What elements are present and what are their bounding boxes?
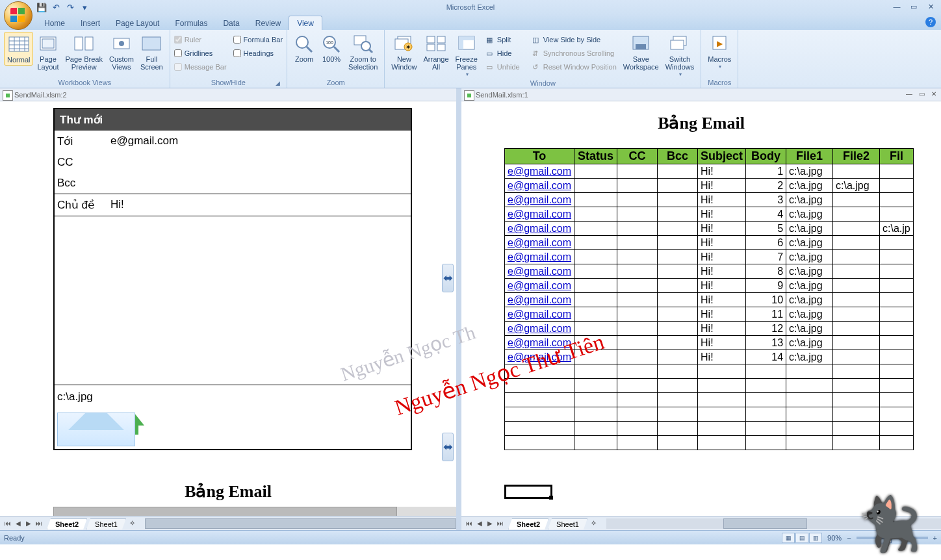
tab-nav-next-r[interactable]: ▶ bbox=[485, 518, 495, 529]
pane-close-button[interactable]: ✕ bbox=[928, 89, 940, 99]
tab-review[interactable]: Review bbox=[248, 16, 289, 30]
email-link[interactable]: e@gmail.com bbox=[508, 223, 571, 234]
table-header[interactable]: File1 bbox=[786, 149, 833, 164]
tab-insert[interactable]: Insert bbox=[73, 16, 108, 30]
email-link[interactable]: e@gmail.com bbox=[508, 294, 571, 305]
qat-customize-icon[interactable]: ▾ bbox=[79, 2, 90, 12]
table-row[interactable]: e@gmail.comHi!13c:\a.jpg bbox=[505, 336, 914, 350]
new-sheet-button-left[interactable]: ✧ bbox=[125, 518, 140, 529]
tab-home[interactable]: Home bbox=[36, 16, 73, 30]
email-table[interactable]: ToStatusCCBccSubjectBodyFile1File2File@g… bbox=[504, 148, 914, 450]
table-row[interactable]: e@gmail.comHi!2c:\a.jpgc:\a.jpg bbox=[505, 179, 914, 193]
redo-icon[interactable]: ↷ bbox=[65, 2, 75, 12]
tab-view[interactable]: View bbox=[289, 16, 322, 30]
table-row[interactable]: e@gmail.comHi!11c:\a.jpg bbox=[505, 307, 914, 322]
table-row[interactable]: e@gmail.comHi!5c:\a.jpgc:\a.jp bbox=[505, 222, 914, 236]
full-screen-button[interactable]: Full Screen bbox=[138, 32, 166, 72]
compare-handle-top[interactable]: ⬌ bbox=[442, 264, 454, 292]
email-link[interactable]: e@gmail.com bbox=[508, 323, 571, 334]
undo-icon[interactable]: ↶ bbox=[51, 2, 61, 12]
horizontal-scrollbar-right[interactable] bbox=[606, 518, 941, 529]
zoom-100-button[interactable]: 100 100% bbox=[318, 32, 344, 64]
horizontal-scrollbar-left[interactable] bbox=[145, 518, 456, 529]
sheet-tab-sheet1-right[interactable]: Sheet1 bbox=[548, 518, 587, 529]
tab-nav-first[interactable]: ⏮ bbox=[3, 518, 13, 529]
synchronous-scrolling-button[interactable]: ⇵Synchronous Scrolling bbox=[528, 47, 619, 60]
new-window-button[interactable]: ✶ New Window bbox=[389, 32, 419, 72]
restore-button[interactable]: ▭ bbox=[906, 1, 922, 12]
table-header[interactable]: Fil bbox=[880, 149, 914, 164]
tab-nav-last-r[interactable]: ⏭ bbox=[495, 518, 506, 529]
page-layout-button[interactable]: Page Layout bbox=[34, 32, 61, 72]
view-page-layout-icon[interactable]: ▤ bbox=[795, 533, 808, 543]
headings-checkbox[interactable]: Headings bbox=[233, 47, 283, 60]
freeze-panes-button[interactable]: Freeze Panes bbox=[453, 32, 480, 79]
email-link[interactable]: e@gmail.com bbox=[508, 166, 571, 177]
view-normal-icon[interactable]: ▦ bbox=[782, 533, 795, 543]
help-icon[interactable]: ? bbox=[925, 17, 936, 27]
arrange-all-button[interactable]: Arrange All bbox=[420, 32, 451, 72]
table-row[interactable]: e@gmail.comHi!12c:\a.jpg bbox=[505, 322, 914, 336]
office-button[interactable] bbox=[4, 1, 32, 30]
table-row[interactable]: e@gmail.comHi!6c:\a.jpg bbox=[505, 236, 914, 250]
email-link[interactable]: e@gmail.com bbox=[508, 237, 571, 248]
table-header[interactable]: Status bbox=[574, 149, 617, 164]
sheet-body-left[interactable]: Thư mới Tớie@gmail.com CC Bcc Chủ đềHi! … bbox=[0, 101, 456, 516]
tab-nav-next[interactable]: ▶ bbox=[23, 518, 34, 529]
tab-data[interactable]: Data bbox=[215, 16, 247, 30]
compare-handle-bottom[interactable]: ⬌ bbox=[442, 433, 454, 461]
sheet-tab-sheet2-left[interactable]: Sheet2 bbox=[47, 518, 87, 529]
table-row[interactable] bbox=[505, 436, 914, 450]
gridlines-checkbox[interactable]: Gridlines bbox=[174, 47, 227, 60]
tab-nav-prev-r[interactable]: ◀ bbox=[474, 518, 485, 529]
zoom-level[interactable]: 90% bbox=[827, 534, 842, 542]
message-bar-checkbox[interactable]: Message Bar bbox=[174, 60, 227, 73]
sheet-tab-sheet1-left[interactable]: Sheet1 bbox=[86, 518, 126, 529]
table-header[interactable]: To bbox=[505, 149, 574, 164]
ruler-checkbox[interactable]: Ruler bbox=[174, 33, 227, 46]
zoom-to-selection-button[interactable]: Zoom to Selection bbox=[346, 32, 380, 72]
email-link[interactable]: e@gmail.com bbox=[508, 180, 571, 191]
tab-nav-last[interactable]: ⏭ bbox=[34, 518, 44, 529]
table-row[interactable]: e@gmail.comHi!8c:\a.jpg bbox=[505, 264, 914, 279]
horizontal-scrollbar-left-inner[interactable] bbox=[53, 507, 456, 516]
normal-view-button[interactable]: Normal bbox=[4, 32, 33, 66]
table-row[interactable]: e@gmail.comHi!4c:\a.jpg bbox=[505, 207, 914, 222]
tab-nav-prev[interactable]: ◀ bbox=[13, 518, 23, 529]
table-row[interactable] bbox=[505, 407, 914, 422]
email-link[interactable]: e@gmail.com bbox=[508, 209, 571, 220]
unhide-button[interactable]: ▭Unhide bbox=[482, 60, 522, 73]
save-icon[interactable]: 💾 bbox=[36, 2, 47, 12]
email-link[interactable]: e@gmail.com bbox=[508, 266, 571, 277]
send-mail-button[interactable] bbox=[57, 407, 142, 446]
email-link[interactable]: e@gmail.com bbox=[508, 309, 571, 320]
close-button[interactable]: ✕ bbox=[923, 1, 938, 12]
mail-body-field[interactable] bbox=[55, 216, 411, 385]
zoom-in-button[interactable]: + bbox=[933, 534, 937, 542]
to-value[interactable]: e@gmail.com bbox=[110, 134, 178, 148]
pane-minimize-button[interactable]: — bbox=[903, 89, 915, 99]
show-hide-launcher[interactable]: ◢ bbox=[274, 79, 281, 87]
table-row[interactable]: e@gmail.comHi!1c:\a.jpg bbox=[505, 164, 914, 179]
tab-formulas[interactable]: Formulas bbox=[167, 16, 215, 30]
table-header[interactable]: File2 bbox=[833, 149, 880, 164]
table-header[interactable]: Subject bbox=[698, 149, 746, 164]
table-row[interactable] bbox=[505, 364, 914, 379]
reset-window-position-button[interactable]: ↺Reset Window Position bbox=[528, 60, 619, 73]
table-row[interactable]: e@gmail.comHi!10c:\a.jpg bbox=[505, 293, 914, 307]
save-workspace-button[interactable]: Save Workspace bbox=[621, 32, 662, 72]
zoom-out-button[interactable]: − bbox=[847, 534, 851, 542]
tab-page-layout[interactable]: Page Layout bbox=[108, 16, 167, 30]
table-row[interactable]: e@gmail.comHi!3c:\a.jpg bbox=[505, 193, 914, 207]
zoom-button[interactable]: Zoom bbox=[291, 32, 317, 64]
macros-button[interactable]: ▶ Macros bbox=[705, 32, 734, 71]
email-link[interactable]: e@gmail.com bbox=[508, 280, 571, 291]
table-row[interactable] bbox=[505, 422, 914, 436]
pane-restore-button[interactable]: ▭ bbox=[916, 89, 927, 99]
minimize-button[interactable]: — bbox=[889, 1, 905, 12]
new-sheet-button-right[interactable]: ✧ bbox=[587, 518, 601, 529]
table-header[interactable]: Bcc bbox=[658, 149, 698, 164]
table-row[interactable]: e@gmail.comHi!9c:\a.jpg bbox=[505, 279, 914, 293]
email-link[interactable]: e@gmail.com bbox=[508, 194, 571, 205]
table-header[interactable]: Body bbox=[746, 149, 786, 164]
